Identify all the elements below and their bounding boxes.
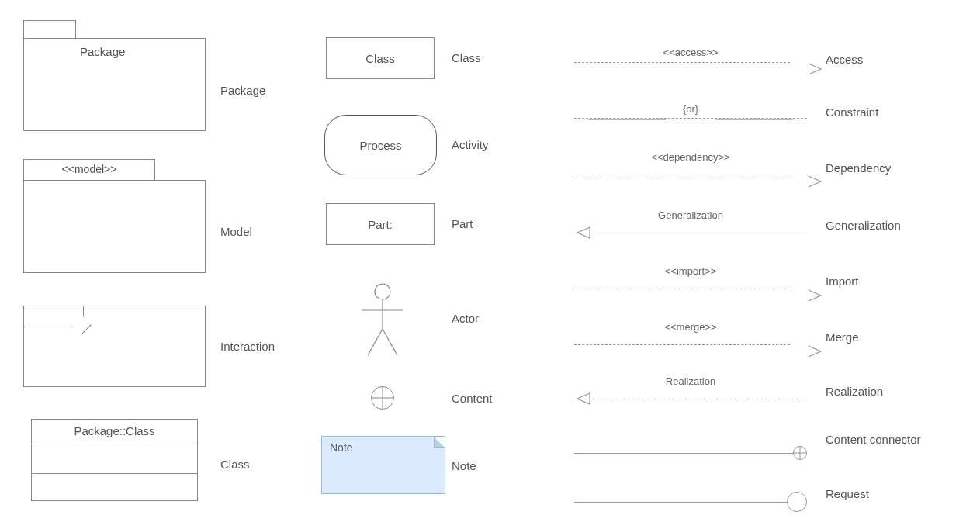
import-connector: <<import>> [574, 281, 807, 296]
import-line-label: <<import>> [660, 265, 722, 277]
dependency-line-label: <<dependency>> [646, 151, 734, 163]
part-label: Part [452, 217, 473, 230]
access-line-label: <<access>> [659, 47, 723, 58]
arrow-left-hollow-icon [574, 392, 591, 406]
realization-label: Realization [826, 385, 883, 398]
class-table-title: Package::Class [32, 420, 197, 444]
content-connector-label: Content connector [826, 433, 926, 446]
constraint-label: Constraint [826, 105, 878, 119]
arrow-left-hollow-icon [574, 226, 591, 240]
request-connector [574, 492, 807, 512]
crossed-circle-end-icon [793, 446, 807, 460]
note-text: Note [330, 441, 353, 454]
class-box-label: Class [452, 51, 481, 64]
model-shape: <<model>> [23, 159, 206, 273]
activity-text: Process [324, 115, 437, 175]
part-text: Part: [326, 203, 435, 245]
access-label: Access [826, 53, 863, 66]
interaction-label: Interaction [220, 340, 275, 353]
realization-line-label: Realization [661, 375, 720, 387]
generalization-label: Generalization [826, 219, 901, 232]
content-label: Content [452, 392, 493, 405]
class-box-text: Class [326, 37, 435, 79]
note-label: Note [452, 459, 476, 472]
part-shape: Part: [326, 203, 435, 245]
generalization-connector: Generalization [574, 225, 807, 240]
model-tab-text: <<model>> [23, 159, 155, 181]
interaction-shape [23, 306, 206, 387]
svg-point-0 [375, 284, 390, 299]
access-connector: <<access>> [574, 54, 807, 70]
request-label: Request [826, 487, 869, 500]
svg-line-4 [383, 329, 397, 355]
generalization-line-label: Generalization [653, 209, 728, 221]
constraint-line-label: {or} [678, 103, 703, 115]
note-shape-wrap: Note [321, 436, 445, 494]
class-box-shape: Class [326, 37, 435, 79]
merge-line-label: <<merge>> [660, 321, 721, 333]
merge-connector: <<merge>> [574, 337, 807, 352]
realization-connector: Realization [574, 391, 807, 406]
actor-label: Actor [452, 312, 479, 325]
actor-shape [355, 281, 410, 358]
class-table-label: Class [220, 458, 250, 471]
content-shape-wrap [371, 386, 394, 410]
class-table-shape: Package::Class [31, 419, 198, 501]
content-connector [574, 445, 807, 461]
activity-shape: Process [324, 115, 437, 175]
content-crossed-circle-icon [371, 386, 394, 410]
merge-label: Merge [826, 330, 859, 344]
package-text: Package [23, 38, 206, 131]
circle-end-icon [787, 492, 807, 512]
dependency-label: Dependency [826, 161, 891, 175]
actor-icon [355, 281, 410, 358]
activity-label: Activity [452, 138, 489, 151]
constraint-connector: {or} [574, 110, 807, 126]
package-label: Package [220, 84, 265, 97]
svg-line-3 [368, 329, 383, 355]
dependency-connector: <<dependency>> [574, 167, 807, 182]
import-label: Import [826, 275, 859, 288]
package-shape: Package [23, 20, 206, 131]
model-label: Model [220, 225, 252, 238]
